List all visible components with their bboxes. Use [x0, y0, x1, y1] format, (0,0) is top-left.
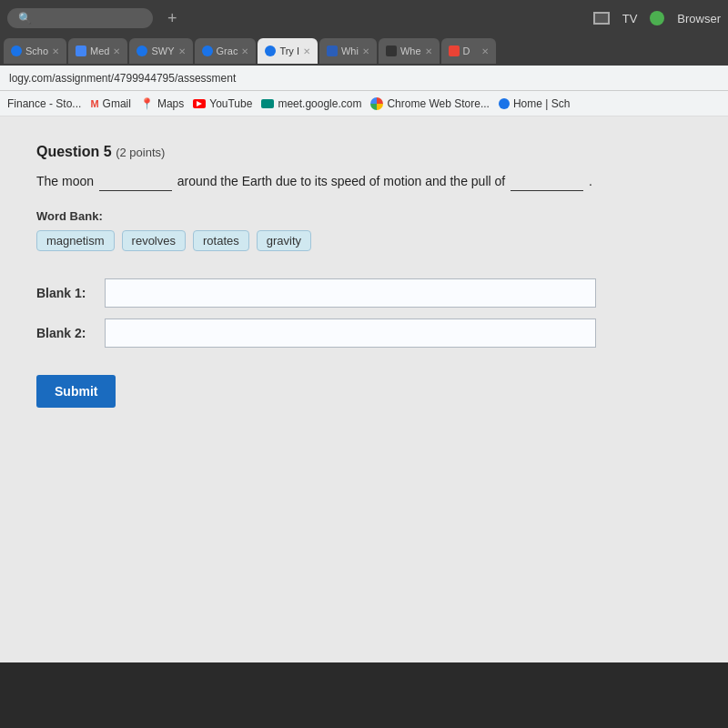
- browser-chrome: 🔍 + TV Browser Scho ✕ Med ✕ SWY ✕ Grac: [0, 0, 728, 116]
- browser-label: Browser: [677, 12, 721, 25]
- address-bar[interactable]: logy.com/assignment/4799944795/assessmen…: [0, 66, 728, 91]
- bookmark-maps[interactable]: 📍 Maps: [140, 97, 184, 110]
- question-points: (2 points): [116, 146, 165, 159]
- question-header: Question 5 (2 points): [36, 144, 692, 160]
- browser-logo-icon: [650, 11, 664, 25]
- tab-icon-s2: [136, 46, 147, 56]
- bookmark-finance[interactable]: Finance - Sto...: [7, 97, 81, 110]
- word-chip-rotates[interactable]: rotates: [193, 230, 249, 251]
- tab-label-d: D: [463, 46, 470, 56]
- gmail-icon: M: [90, 98, 98, 109]
- tab-close-2[interactable]: ✕: [113, 46, 120, 56]
- tab-label-med: Med: [90, 46, 109, 56]
- question-text-before: The moon: [36, 174, 94, 188]
- tab-label-tryi: Try I: [279, 46, 299, 56]
- search-icon: 🔍: [18, 12, 32, 25]
- bookmark-home-s-label: Home | Sch: [513, 97, 570, 110]
- word-chip-revolves[interactable]: revolves: [122, 230, 186, 251]
- new-tab-button[interactable]: +: [162, 9, 183, 28]
- youtube-icon: [193, 99, 206, 108]
- word-chip-gravity[interactable]: gravity: [257, 230, 311, 251]
- tab-icon-s3: [202, 46, 213, 56]
- tab-d[interactable]: D ✕: [441, 38, 496, 64]
- tab-scho[interactable]: Scho ✕: [4, 38, 66, 64]
- tab-icon-s4: [265, 46, 276, 56]
- blank2-inline: [511, 190, 583, 191]
- word-bank-label: Word Bank:: [36, 209, 692, 223]
- main-content: Question 5 (2 points) The moon around th…: [0, 116, 728, 662]
- meet-icon: [261, 99, 274, 108]
- tab-label-whe: Whe: [400, 46, 421, 56]
- tab-close-5[interactable]: ✕: [303, 46, 310, 56]
- tab-whi[interactable]: Whi ✕: [319, 38, 377, 64]
- bookmark-meet-label: meet.google.com: [278, 97, 361, 110]
- bookmark-chrome-store[interactable]: Chrome Web Store...: [370, 97, 490, 110]
- home-s-icon: [499, 98, 510, 109]
- tabs-row: Scho ✕ Med ✕ SWY ✕ Grac ✕ Try I ✕ Whi ✕: [0, 36, 728, 66]
- question-number: Question 5: [36, 144, 112, 159]
- bookmark-maps-label: Maps: [157, 97, 184, 110]
- top-bar: 🔍 + TV Browser: [0, 0, 728, 36]
- bookmark-youtube-label: YouTube: [209, 97, 252, 110]
- bookmark-home-s[interactable]: Home | Sch: [499, 97, 570, 110]
- bookmark-finance-label: Finance - Sto...: [7, 97, 81, 110]
- blank2-label: Blank 2:: [36, 326, 96, 340]
- blank1-inline: [99, 190, 172, 191]
- tv-icon: [593, 12, 610, 25]
- tab-icon-s1: [11, 46, 22, 56]
- bookmark-gmail[interactable]: M Gmail: [90, 97, 131, 110]
- blank1-label: Blank 1:: [36, 286, 96, 300]
- tab-whe[interactable]: Whe ✕: [379, 38, 440, 64]
- tab-close-6[interactable]: ✕: [362, 46, 369, 56]
- tv-label: TV: [622, 12, 638, 25]
- bookmark-youtube[interactable]: YouTube: [193, 97, 252, 110]
- tab-icon-h: [386, 46, 397, 56]
- submit-button[interactable]: Submit: [36, 375, 116, 408]
- tab-icon-docs: [76, 46, 86, 56]
- tab-swy[interactable]: SWY ✕: [129, 38, 192, 64]
- maps-pin-icon: 📍: [140, 97, 154, 110]
- tab-icon-w: [327, 46, 338, 56]
- address-text: logy.com/assignment/4799944795/assessmen…: [9, 72, 236, 85]
- bookmark-meet[interactable]: meet.google.com: [261, 97, 361, 110]
- word-chip-magnetism[interactable]: magnetism: [36, 230, 115, 251]
- word-bank: magnetism revolves rotates gravity: [36, 230, 692, 251]
- chrome-icon: [370, 97, 383, 110]
- tab-close-1[interactable]: ✕: [52, 46, 59, 56]
- bookmark-chrome-label: Chrome Web Store...: [387, 97, 490, 110]
- bookmarks-bar: Finance - Sto... M Gmail 📍 Maps YouTube …: [0, 91, 728, 116]
- top-bar-right: TV Browser: [593, 11, 721, 25]
- tab-label-whi: Whi: [341, 46, 359, 56]
- question-text-middle: around the Earth due to its speed of mot…: [177, 174, 505, 188]
- blank-fields: Blank 1: Blank 2:: [36, 278, 692, 348]
- blank1-input[interactable]: [105, 278, 596, 308]
- tab-close-4[interactable]: ✕: [241, 46, 248, 56]
- tab-close-8[interactable]: ✕: [481, 46, 489, 56]
- tab-icon-drive: [449, 46, 460, 56]
- question-text: The moon around the Earth due to its spe…: [36, 171, 692, 191]
- tab-tryi[interactable]: Try I ✕: [258, 38, 318, 64]
- blank1-row: Blank 1:: [36, 278, 692, 308]
- tab-close-7[interactable]: ✕: [425, 46, 432, 56]
- tab-close-3[interactable]: ✕: [178, 46, 186, 56]
- tab-label-swy: SWY: [151, 46, 174, 56]
- tab-grac[interactable]: Grac ✕: [195, 38, 257, 64]
- question-text-end: .: [589, 174, 592, 188]
- youtube-play-icon: [197, 101, 202, 106]
- blank2-input[interactable]: [105, 318, 596, 348]
- tab-label-scho: Scho: [25, 46, 48, 56]
- bookmark-gmail-label: Gmail: [103, 97, 131, 110]
- blank2-row: Blank 2:: [36, 318, 692, 348]
- tab-med[interactable]: Med ✕: [68, 38, 127, 64]
- tab-label-grac: Grac: [217, 46, 238, 56]
- search-bar[interactable]: 🔍: [7, 8, 153, 28]
